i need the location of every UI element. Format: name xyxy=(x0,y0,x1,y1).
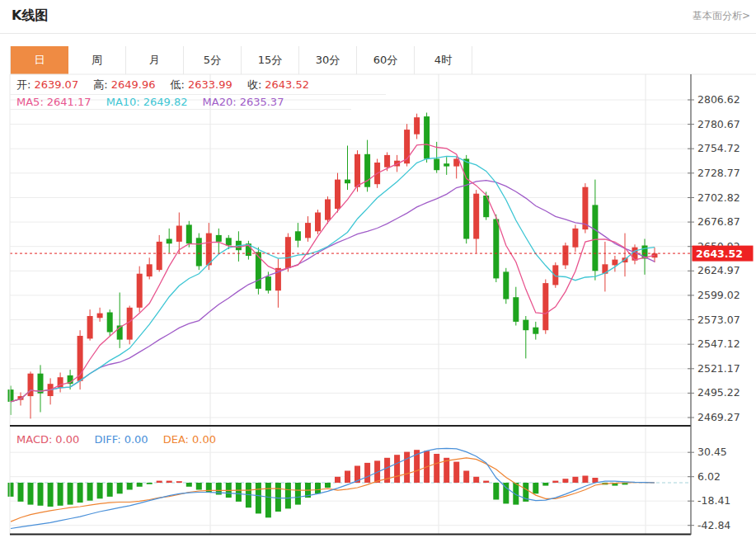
ma20-label: MA20: xyxy=(203,96,237,108)
chart-frame xyxy=(10,74,756,536)
ma5-label: MA5: xyxy=(16,96,44,108)
open-value: 2639.07 xyxy=(34,78,78,91)
ma-readout: MA5:2641.17 MA10:2649.82 MA20:2635.37 xyxy=(10,95,351,110)
ohlc-readout: 开:2639.07 高:2649.96 低:2633.99 收:2643.52 xyxy=(10,74,386,95)
ma10-label: MA10: xyxy=(106,96,140,108)
macd-label: MACD: xyxy=(16,433,52,446)
svg-text:2624.97: 2624.97 xyxy=(697,264,740,276)
svg-text:2573.07: 2573.07 xyxy=(697,314,740,326)
macd-value: 0.00 xyxy=(55,433,79,446)
diff-value: 0.00 xyxy=(124,433,148,446)
svg-text:-18.41: -18.41 xyxy=(697,494,730,507)
svg-text:2676.87: 2676.87 xyxy=(697,215,740,228)
macd-readout: MACD:0.00 DIFF:0.00 DEA:0.00 xyxy=(10,429,228,449)
macd-axis: 30.456.02-18.41-42.84 xyxy=(688,446,730,531)
svg-text:2547.12: 2547.12 xyxy=(697,337,740,350)
svg-text:2599.02: 2599.02 xyxy=(697,289,740,301)
svg-text:6.02: 6.02 xyxy=(697,470,721,483)
svg-text:2728.77: 2728.77 xyxy=(697,167,740,179)
low-label: 低: xyxy=(171,78,185,91)
high-value: 2649.96 xyxy=(111,78,156,91)
gridlines xyxy=(10,74,691,535)
diff-label: DIFF: xyxy=(94,433,120,446)
macd-histogram xyxy=(8,450,628,517)
svg-text:2469.27: 2469.27 xyxy=(697,411,740,423)
svg-text:-42.84: -42.84 xyxy=(697,519,730,531)
svg-text:2495.22: 2495.22 xyxy=(697,386,740,399)
candles-group xyxy=(8,113,658,419)
svg-text:2702.82: 2702.82 xyxy=(697,191,740,204)
dea-label: DEA: xyxy=(163,433,189,446)
dea-value: 0.00 xyxy=(192,433,216,446)
current-price-badge: 2643.52 xyxy=(693,246,754,262)
svg-text:2754.72: 2754.72 xyxy=(697,142,740,154)
open-label: 开: xyxy=(16,78,31,91)
svg-text:2806.62: 2806.62 xyxy=(697,93,740,106)
svg-text:2643.52: 2643.52 xyxy=(696,248,743,260)
svg-text:30.45: 30.45 xyxy=(697,446,727,458)
ma5-value: 2641.17 xyxy=(47,96,92,108)
ma10-value: 2649.82 xyxy=(143,96,188,108)
svg-text:2521.17: 2521.17 xyxy=(697,362,740,375)
ma20-value: 2635.37 xyxy=(240,96,284,108)
high-label: 高: xyxy=(93,78,107,91)
close-label: 收: xyxy=(247,78,261,91)
low-value: 2633.99 xyxy=(188,78,232,91)
svg-text:2780.67: 2780.67 xyxy=(697,118,740,130)
close-value: 2643.52 xyxy=(265,78,309,91)
kline-page: K线图 基本面分析> 日周月5分15分30分60分4时 2806.622780.… xyxy=(0,0,756,538)
